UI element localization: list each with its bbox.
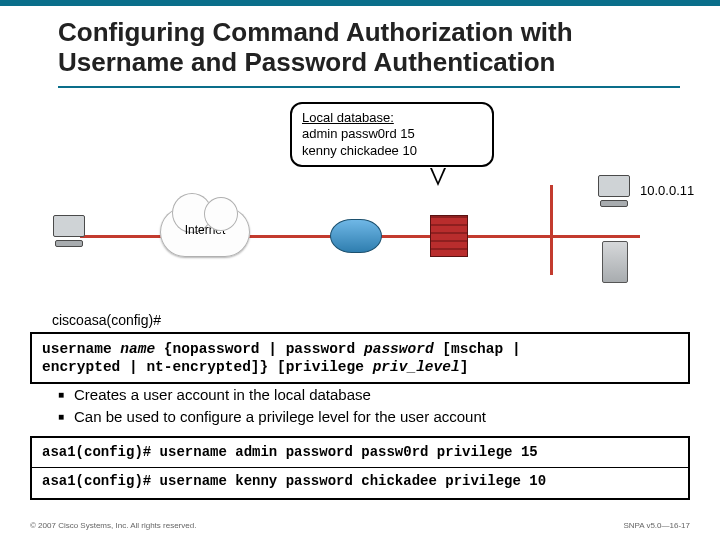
internet-cloud-icon: Internet [160,207,250,257]
top-accent-bar [0,0,720,6]
local-db-heading: Local database: [302,110,482,126]
syntax-text: {nopassword | password [155,341,364,357]
syntax-text: encrypted | nt-encrypted]} [privilege [42,359,373,375]
command-syntax-box: username name {nopassword | password pas… [30,332,690,384]
lan-segment-wire [550,185,553,275]
syntax-text: username [42,341,120,357]
bullet-item: Creates a user account in the local data… [58,384,680,406]
host-ip-label: 10.0.0.11 [640,183,694,198]
workstation-icon [50,215,88,249]
server-icon [602,241,628,283]
copyright-footer: © 2007 Cisco Systems, Inc. All rights re… [30,521,196,530]
local-db-row-1: admin passw0rd 15 [302,126,482,142]
syntax-text: ] [460,359,469,375]
divider [32,467,688,468]
example-commands-box: asa1(config)# username admin password pa… [30,436,690,500]
firewall-icon [430,215,468,257]
syntax-password-arg: password [364,341,434,357]
description-bullets: Creates a user account in the local data… [58,384,680,428]
syntax-name-arg: name [120,341,155,357]
title-underline [58,86,680,88]
syntax-privlevel-arg: priv_level [373,359,460,375]
router-icon [330,219,382,253]
slide-title: Configuring Command Authorization with U… [58,18,680,78]
network-diagram: Internet 10.0.0.11 [50,175,680,295]
host-pc-icon [595,175,633,209]
local-database-callout: Local database: admin passw0rd 15 kenny … [290,102,494,167]
cli-prompt: ciscoasa(config)# [52,312,161,328]
syntax-text: [mschap | [434,341,521,357]
example-command-2: asa1(config)# username kenny password ch… [42,471,678,493]
slide-number-footer: SNPA v5.0—16-17 [623,521,690,530]
internet-label: Internet [160,223,250,237]
bullet-item: Can be used to configure a privilege lev… [58,406,680,428]
example-command-1: asa1(config)# username admin password pa… [42,442,678,464]
local-db-row-2: kenny chickadee 10 [302,143,482,159]
